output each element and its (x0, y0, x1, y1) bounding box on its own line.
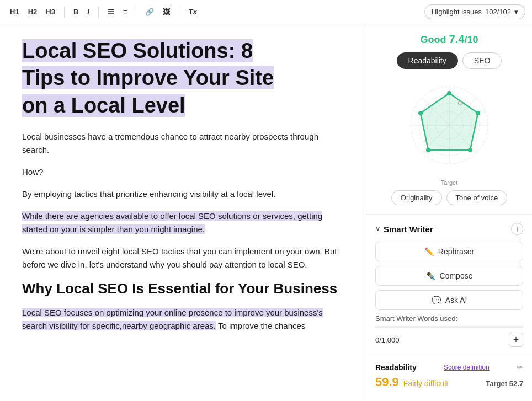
edit-icon: ✏ (517, 363, 523, 372)
unordered-list-button[interactable]: ☰ (104, 6, 118, 18)
h2-button[interactable]: H2 (25, 6, 41, 18)
compose-label: Compose (440, 271, 473, 280)
title-highlight-1: Local SEO Solutions: 8 (22, 39, 253, 62)
divider-1 (64, 7, 65, 18)
link-button[interactable]: 🔗 (142, 6, 157, 18)
sidebar-score-section: Good 7.4/10 Readability SEO (366, 24, 532, 215)
clear-format-button[interactable]: Tx (185, 6, 200, 18)
svg-point-12 (468, 148, 472, 152)
ordered-list-button[interactable]: ≡ (120, 6, 131, 18)
heading-group: H1 H2 H3 (7, 6, 58, 18)
highlight-issues-button[interactable]: Highlight issues 102/102 ▾ (424, 4, 525, 19)
highlight-label: Highlight issues (432, 8, 482, 16)
para6-rest: To improve the chances (218, 321, 305, 330)
smart-writer-label: Smart Writer (384, 224, 433, 234)
readability-header: Readability Score definition ✏ (375, 363, 523, 372)
readability-title: Readability (375, 363, 417, 372)
list-group: ☰ ≡ (104, 6, 131, 18)
toolbar: H1 H2 H3 B I ☰ ≡ 🔗 🖼 Tx Highlight issues… (0, 0, 532, 24)
radar-target-label: Target (441, 179, 458, 186)
highlight-count: 102/102 (485, 8, 511, 16)
originality-pill[interactable]: Originality (391, 190, 442, 205)
insert-group: 🔗 🖼 (142, 6, 173, 18)
score-value: 7.4 (449, 33, 465, 45)
tone-of-voice-pill[interactable]: Tone of voice (446, 190, 508, 205)
readability-score-value: 59.9 (375, 375, 399, 389)
readability-section: Readability Score definition ✏ 59.9 Fair… (366, 355, 532, 397)
score-prefix: Good (421, 34, 449, 45)
chevron-down-icon: ▾ (514, 8, 518, 16)
sidebar: Good 7.4/10 Readability SEO (366, 24, 532, 401)
image-button[interactable]: 🖼 (159, 6, 173, 18)
chevron-down-icon: ∨ (375, 225, 380, 233)
tab-seo[interactable]: SEO (462, 52, 502, 69)
radar-svg (400, 76, 499, 175)
rephraser-label: Rephraser (438, 247, 474, 256)
svg-marker-8 (421, 93, 478, 150)
list-icon: ☰ (108, 8, 114, 16)
section-heading: Why Local SEO Is Essential for Your Busi… (22, 280, 344, 297)
editor[interactable]: Local SEO Solutions: 8 Tips to Improve Y… (0, 24, 366, 401)
tab-readability[interactable]: Readability (397, 52, 458, 69)
ask-ai-button[interactable]: 💬 Ask AI (375, 290, 523, 310)
pill-row: Originality Tone of voice (391, 190, 507, 205)
words-add-button[interactable]: + (509, 333, 523, 347)
ask-ai-label: Ask AI (445, 296, 467, 304)
paragraph-1: Local businesses have a tremendous chanc… (22, 130, 344, 157)
words-used-label: Smart Writer Words used: (375, 314, 523, 323)
ordered-list-icon: ≡ (123, 8, 127, 16)
svg-point-13 (426, 148, 430, 152)
clear-format-icon: Tx (188, 8, 196, 16)
para4-highlighted: While there are agencies available to of… (22, 211, 322, 234)
italic-button[interactable]: I (84, 6, 93, 18)
words-count: 0/1,000 (375, 336, 399, 344)
score-suffix: /10 (464, 34, 478, 45)
divider-3 (136, 7, 136, 18)
compose-button[interactable]: ✒️ Compose (375, 266, 523, 286)
title-highlight-2: Tips to Improve Your Site (22, 66, 274, 89)
smart-writer-info-button[interactable]: i (511, 223, 523, 235)
words-progress-bar (375, 326, 523, 328)
overall-score-label: Good 7.4/10 (421, 33, 478, 46)
format-group: B I (70, 6, 93, 18)
main-layout: Local SEO Solutions: 8 Tips to Improve Y… (0, 24, 532, 401)
words-count-row: 0/1,000 + (375, 333, 523, 347)
image-icon: 🖼 (163, 8, 170, 16)
compose-icon: ✒️ (426, 271, 435, 280)
smart-writer-header: ∨ Smart Writer i (375, 223, 523, 235)
paragraph-4: While there are agencies available to of… (22, 210, 344, 236)
rephraser-icon: ✏️ (424, 247, 434, 256)
smart-writer-section: ∨ Smart Writer i ✏️ Rephraser ✒️ Compose… (366, 215, 532, 355)
radar-chart (400, 76, 499, 175)
svg-point-14 (418, 111, 423, 115)
words-total: 1,000 (381, 336, 400, 344)
svg-point-11 (476, 111, 480, 115)
article-title: Local SEO Solutions: 8 Tips to Improve Y… (22, 38, 344, 119)
bold-button[interactable]: B (70, 6, 82, 18)
readability-target-label: Target (486, 379, 507, 388)
paragraph-2: How? (22, 165, 344, 179)
svg-point-10 (447, 91, 451, 95)
link-icon: 🔗 (145, 8, 154, 16)
paragraph-5: We're about to unveil eight local SEO ta… (22, 245, 344, 271)
h3-button[interactable]: H3 (42, 6, 58, 18)
h1-button[interactable]: H1 (7, 6, 23, 18)
divider-4 (179, 7, 179, 18)
title-highlight-3: on a Local Level (22, 94, 185, 117)
readability-score-row: 59.9 Fairly difficult Target 52.7 (375, 375, 523, 389)
divider-2 (98, 7, 99, 18)
paragraph-6: Local SEO focuses on optimizing your onl… (22, 306, 344, 333)
readability-difficulty-label: Fairly difficult (403, 379, 448, 388)
readability-target: Target 52.7 (486, 379, 523, 388)
rephraser-button[interactable]: ✏️ Rephraser (375, 242, 523, 261)
paragraph-3: By employing tactics that prioritize enh… (22, 188, 344, 201)
readability-seo-tabs: Readability SEO (397, 52, 502, 69)
readability-target-value: 52.7 (509, 379, 523, 388)
score-definition-link[interactable]: Score definition (444, 363, 490, 371)
smart-writer-title: ∨ Smart Writer (375, 224, 433, 234)
ask-ai-icon: 💬 (432, 296, 441, 304)
words-current: 0 (375, 336, 379, 344)
